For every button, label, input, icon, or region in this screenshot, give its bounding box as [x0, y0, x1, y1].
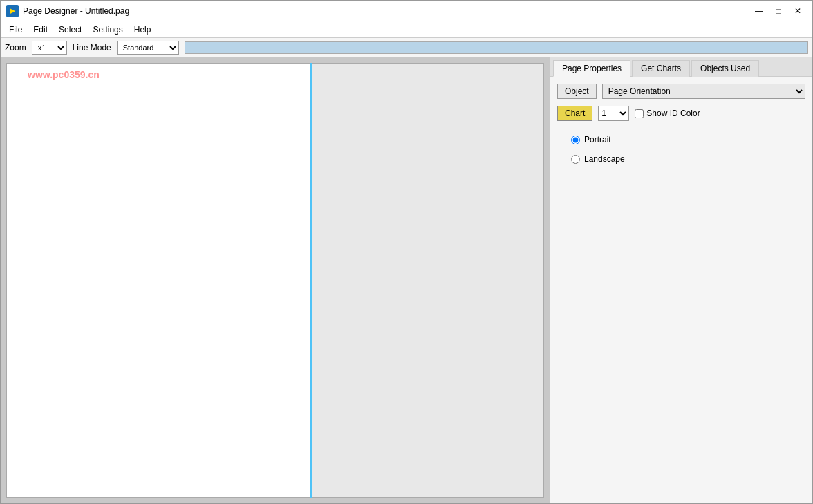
landscape-label: Landscape: [584, 154, 625, 164]
panel-content: Object Page Orientation Portrait Landsca…: [550, 77, 812, 503]
orientation-select[interactable]: Page Orientation Portrait Landscape: [602, 84, 805, 99]
menu-edit[interactable]: Edit: [28, 24, 53, 36]
toolbar-color-strip: [185, 41, 808, 54]
page-canvas-right: [312, 63, 544, 498]
menu-settings[interactable]: Settings: [87, 24, 128, 36]
zoom-label: Zoom: [5, 43, 26, 53]
object-button[interactable]: Object: [557, 84, 597, 99]
portrait-label: Portrait: [584, 135, 611, 144]
window-controls: — □ ✕: [750, 4, 807, 18]
object-row: Object Page Orientation Portrait Landsca…: [557, 84, 805, 99]
properties-panel: Page Properties Get Charts Objects Used …: [550, 57, 812, 503]
minimize-button[interactable]: —: [750, 4, 768, 18]
show-id-color-label[interactable]: Show ID Color: [635, 109, 700, 118]
maximize-button[interactable]: □: [769, 4, 787, 18]
portrait-radio[interactable]: [571, 136, 580, 144]
tab-page-properties[interactable]: Page Properties: [553, 60, 630, 77]
chart-number-select[interactable]: 1 2 3 4 5: [598, 106, 629, 121]
show-id-color-text: Show ID Color: [646, 109, 700, 118]
linemode-label: Line Mode: [73, 43, 111, 53]
landscape-radio-label[interactable]: Landscape: [571, 154, 805, 164]
menu-help[interactable]: Help: [129, 24, 157, 36]
menu-file[interactable]: File: [3, 24, 28, 36]
tab-objects-used[interactable]: Objects Used: [691, 60, 759, 77]
menu-select[interactable]: Select: [53, 24, 87, 36]
orientation-radio-group: Portrait Landscape: [557, 128, 805, 164]
toolbar: Zoom x1 x2 x0.5 Line Mode Standard Fine …: [1, 38, 812, 57]
chart-button[interactable]: Chart: [557, 106, 592, 121]
page-canvas-left: www.pc0359.cn: [6, 63, 310, 498]
menu-bar: File Edit Select Settings Help: [1, 21, 812, 38]
title-bar: ▶ Page Designer - Untitled.pag — □ ✕: [1, 1, 812, 21]
panel-tabs: Page Properties Get Charts Objects Used: [550, 57, 812, 77]
show-id-color-checkbox[interactable]: [635, 109, 644, 118]
watermark: www.pc0359.cn: [28, 69, 100, 80]
main-content: www.pc0359.cn Page Properties Get Charts…: [1, 57, 812, 503]
main-window: ▶ Page Designer - Untitled.pag — □ ✕ Fil…: [0, 0, 813, 504]
window-title: Page Designer - Untitled.pag: [23, 6, 129, 16]
zoom-select[interactable]: x1 x2 x0.5: [32, 41, 67, 55]
canvas-inner: www.pc0359.cn: [6, 63, 544, 498]
linemode-select[interactable]: Standard Fine Coarse: [117, 41, 179, 55]
close-button[interactable]: ✕: [789, 4, 807, 18]
title-bar-left: ▶ Page Designer - Untitled.pag: [6, 5, 129, 17]
app-icon: ▶: [6, 5, 19, 17]
landscape-radio[interactable]: [571, 155, 580, 164]
tab-get-charts[interactable]: Get Charts: [632, 60, 690, 77]
canvas-area: www.pc0359.cn: [1, 57, 550, 503]
chart-row: Chart 1 2 3 4 5 Show ID Color: [557, 106, 805, 121]
portrait-radio-label[interactable]: Portrait: [571, 135, 805, 144]
